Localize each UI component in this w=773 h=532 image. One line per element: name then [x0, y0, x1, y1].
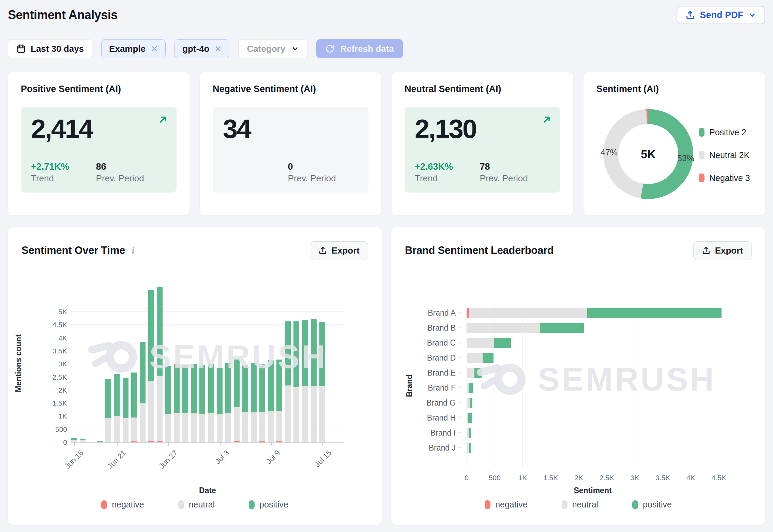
bar-segment-positive: [302, 320, 308, 386]
bar-segment-neutral: [217, 414, 223, 442]
close-icon[interactable]: [151, 45, 158, 52]
time-bar[interactable]: [293, 321, 299, 442]
time-bar[interactable]: [199, 365, 205, 442]
brand-leaderboard-chart: Brand Brand ABrand BBrand CBrand DBrand …: [391, 274, 765, 525]
bar-segment-neutral: [259, 412, 265, 441]
x-axis-title: Date: [71, 486, 344, 495]
bar-segment-positive: [217, 368, 223, 414]
brand-label: Brand F: [428, 383, 456, 393]
bar-segment-neutral: [276, 411, 282, 441]
legend-item-negative[interactable]: negative: [101, 500, 144, 510]
time-bar[interactable]: [191, 364, 197, 442]
bar-segment-positive: [468, 413, 472, 423]
time-bar[interactable]: [259, 364, 265, 442]
brand-bar[interactable]: [467, 428, 471, 438]
bar-segment-positive: [174, 364, 180, 413]
legend-item-neutral[interactable]: Neutral 2K: [699, 150, 750, 160]
y-axis-title: Brand: [405, 305, 414, 467]
legend-item-positive[interactable]: positive: [632, 500, 672, 510]
kpi-trend-label: Trend: [415, 173, 480, 184]
y-axis-tick: [458, 432, 461, 433]
time-bar[interactable]: [319, 322, 325, 442]
bar-segment-positive: [182, 365, 188, 413]
date-range-label: Last 30 days: [31, 44, 84, 54]
category-label: Category: [247, 44, 285, 54]
time-bar[interactable]: [276, 360, 282, 442]
time-bar[interactable]: [251, 363, 257, 442]
x-tick-label: 3K: [630, 474, 639, 482]
time-bar[interactable]: [182, 365, 188, 442]
x-axis-tick: [168, 443, 169, 446]
close-icon[interactable]: [215, 45, 222, 52]
chevron-down-icon: [290, 45, 299, 52]
y-tick-label: 2K: [58, 386, 67, 394]
time-bar[interactable]: [174, 364, 180, 442]
bar-segment-neutral: [148, 381, 154, 441]
export-button[interactable]: Export: [310, 241, 368, 260]
brand-label: Brand H: [427, 413, 456, 423]
brand-bar[interactable]: [467, 323, 584, 333]
date-range-button[interactable]: Last 30 days: [8, 39, 92, 58]
info-icon[interactable]: i: [131, 245, 136, 256]
gridline: [691, 305, 691, 467]
bar-segment-neutral: [293, 387, 299, 441]
legend-item-neutral[interactable]: neutral: [178, 500, 215, 510]
time-bar[interactable]: [302, 320, 308, 442]
legend-item-negative[interactable]: Negative 3: [699, 173, 750, 183]
brand-bar[interactable]: [467, 368, 482, 378]
time-bar[interactable]: [71, 438, 77, 442]
bar-segment-neutral: [268, 411, 274, 441]
charts-row: Sentiment Over Time i Export Mentions co…: [8, 227, 765, 525]
kpi-title: Positive Sentiment (AI): [21, 84, 177, 94]
semrush-watermark: SEMRUSH: [476, 359, 716, 400]
semrush-logo-icon: [476, 359, 528, 400]
time-bar[interactable]: [80, 439, 86, 442]
export-button[interactable]: Export: [693, 241, 752, 260]
category-dropdown[interactable]: Category: [238, 39, 307, 58]
time-bar[interactable]: [268, 360, 274, 442]
legend-item-positive[interactable]: Positive 2: [699, 127, 750, 137]
send-pdf-button[interactable]: Send PDF: [677, 6, 765, 24]
legend-item-neutral[interactable]: neutral: [562, 500, 598, 510]
brand-bar[interactable]: [467, 338, 511, 348]
time-bar[interactable]: [148, 290, 154, 442]
y-axis-ticks: 05001K1.5K2K2.5K3K3.5K4K4.5K5K: [39, 284, 67, 442]
legend-item-positive[interactable]: positive: [249, 500, 288, 510]
brand-bar[interactable]: [467, 398, 472, 408]
legend-item-negative[interactable]: negative: [485, 500, 528, 510]
time-bar[interactable]: [140, 342, 146, 442]
brand-bar[interactable]: [467, 383, 473, 393]
upload-icon: [685, 10, 695, 20]
time-bar[interactable]: [234, 359, 240, 442]
time-bar[interactable]: [165, 366, 171, 442]
time-bar[interactable]: [208, 364, 214, 442]
bar-segment-positive: [242, 365, 248, 412]
time-bar[interactable]: [225, 363, 231, 442]
donut-center-value: 5K: [641, 148, 655, 161]
time-bar[interactable]: [217, 368, 223, 442]
time-bar[interactable]: [131, 373, 137, 442]
time-bar[interactable]: [285, 321, 291, 442]
time-bar[interactable]: [114, 374, 120, 442]
time-bar[interactable]: [311, 319, 317, 442]
gridline: [607, 305, 607, 467]
y-tick-label: 3K: [58, 360, 67, 368]
refresh-data-button[interactable]: Refresh data: [316, 39, 403, 58]
time-bar[interactable]: [123, 378, 128, 442]
filter-chip-gpt-4o[interactable]: gpt-4o: [175, 39, 229, 58]
time-bar[interactable]: [242, 365, 248, 442]
kpi-prev-value: 78: [480, 161, 545, 173]
y-axis-tick: [458, 447, 461, 448]
filter-chip-example[interactable]: Example: [101, 39, 166, 58]
brand-bar[interactable]: [467, 308, 722, 318]
time-bar[interactable]: [157, 287, 163, 442]
bar-segment-positive: [259, 364, 265, 412]
brand-bar[interactable]: [467, 443, 471, 453]
brand-bar[interactable]: [467, 353, 494, 363]
upload-icon: [318, 246, 327, 255]
x-axis-title: Sentiment: [467, 486, 719, 495]
brand-bar[interactable]: [467, 413, 472, 423]
bar-segment-neutral: [242, 412, 248, 442]
bar-segment-neutral: [105, 418, 111, 442]
time-bar[interactable]: [105, 379, 111, 442]
